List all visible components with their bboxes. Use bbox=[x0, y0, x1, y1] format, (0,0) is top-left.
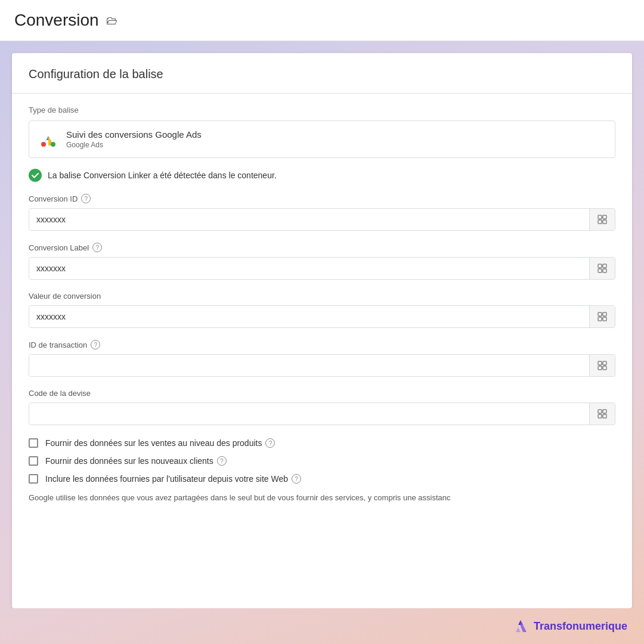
checkbox-label-cb-ventes: Fournir des données sur les ventes au ni… bbox=[45, 438, 275, 448]
addon-btn-id-transaction[interactable] bbox=[589, 355, 615, 376]
field-label-conversion-id: Conversion ID? bbox=[29, 194, 615, 203]
svg-rect-32 bbox=[603, 366, 606, 370]
svg-rect-38 bbox=[603, 410, 606, 413]
field-label-code-devise: Code de la devise bbox=[29, 389, 615, 398]
svg-marker-46 bbox=[521, 620, 527, 632]
svg-point-4 bbox=[29, 169, 42, 182]
variable-icon bbox=[597, 408, 608, 419]
variable-icon bbox=[597, 214, 608, 225]
checkboxes-container: Fournir des données sur les ventes au ni… bbox=[29, 438, 615, 484]
svg-rect-37 bbox=[598, 410, 602, 413]
google-ads-icon bbox=[39, 130, 58, 149]
help-icon-conversion-label[interactable]: ? bbox=[92, 243, 102, 252]
field-group-code-devise: Code de la devise bbox=[29, 389, 615, 425]
success-notice: La balise Conversion Linker a été détect… bbox=[29, 169, 615, 182]
addon-btn-conversion-label[interactable] bbox=[589, 258, 615, 279]
field-group-valeur-conversion: Valeur de conversion bbox=[29, 292, 615, 328]
input-row-code-devise bbox=[29, 402, 615, 425]
tag-type-info: Suivi des conversions Google Ads Google … bbox=[66, 129, 202, 149]
input-row-conversion-id bbox=[29, 208, 615, 231]
field-label-valeur-conversion: Valeur de conversion bbox=[29, 292, 615, 301]
help-icon-cb-cb-nouveaux-clients[interactable]: ? bbox=[217, 456, 227, 466]
card-header: Configuration de la balise bbox=[12, 53, 632, 94]
input-row-valeur-conversion bbox=[29, 305, 615, 328]
field-label-id-transaction: ID de transaction? bbox=[29, 340, 615, 349]
footer: Transfonumerique bbox=[0, 608, 644, 644]
config-card: Configuration de la balise Type de balis… bbox=[12, 53, 632, 608]
addon-btn-code-devise[interactable] bbox=[589, 403, 615, 425]
card-title: Configuration de la balise bbox=[29, 67, 163, 80]
help-icon-cb-cb-ventes[interactable]: ? bbox=[265, 438, 275, 448]
addon-btn-valeur-conversion[interactable] bbox=[589, 306, 615, 327]
folder-icon: 🗁 bbox=[106, 14, 118, 27]
svg-rect-30 bbox=[603, 361, 606, 365]
svg-point-3 bbox=[41, 142, 46, 147]
svg-marker-47 bbox=[516, 627, 521, 632]
variable-icon bbox=[597, 360, 608, 371]
svg-rect-40 bbox=[603, 414, 606, 418]
tag-sub: Google Ads bbox=[66, 141, 202, 149]
brand-icon bbox=[512, 618, 529, 634]
fields-container: Conversion ID? Conversion Label? Valeur … bbox=[29, 194, 615, 425]
checkbox-cb-nouveaux-clients[interactable] bbox=[29, 456, 38, 466]
svg-rect-31 bbox=[598, 366, 602, 370]
success-check-icon bbox=[29, 169, 42, 182]
field-group-conversion-label: Conversion Label? bbox=[29, 243, 615, 280]
help-icon-id-transaction[interactable]: ? bbox=[91, 340, 100, 349]
page-title: Conversion bbox=[14, 11, 99, 30]
tag-type-label: Type de balise bbox=[29, 106, 615, 114]
input-row-id-transaction bbox=[29, 354, 615, 377]
brand-name: Transfonumerique bbox=[534, 620, 627, 633]
input-conversion-id[interactable] bbox=[29, 209, 589, 230]
input-row-conversion-label bbox=[29, 257, 615, 280]
svg-rect-39 bbox=[598, 414, 602, 418]
tag-name: Suivi des conversions Google Ads bbox=[66, 129, 202, 140]
help-icon-conversion-id[interactable]: ? bbox=[81, 194, 91, 203]
field-group-conversion-id: Conversion ID? bbox=[29, 194, 615, 231]
checkbox-item-cb-utilisateur: Inclure les données fournies par l'utili… bbox=[29, 474, 615, 484]
svg-rect-7 bbox=[598, 220, 602, 224]
checkbox-cb-utilisateur[interactable] bbox=[29, 474, 38, 484]
svg-rect-16 bbox=[603, 269, 606, 273]
top-header: Conversion 🗁 bbox=[0, 0, 644, 41]
variable-icon bbox=[597, 311, 608, 322]
main-area: Configuration de la balise Type de balis… bbox=[0, 41, 644, 608]
brand-logo: Transfonumerique bbox=[512, 618, 627, 634]
svg-rect-5 bbox=[598, 215, 602, 219]
field-group-id-transaction: ID de transaction? bbox=[29, 340, 615, 377]
checkbox-cb-ventes[interactable] bbox=[29, 438, 38, 448]
tag-type-selector[interactable]: Suivi des conversions Google Ads Google … bbox=[29, 120, 615, 158]
checkbox-label-cb-nouveaux-clients: Fournir des données sur les nouveaux cli… bbox=[45, 456, 227, 466]
svg-rect-8 bbox=[603, 220, 606, 224]
checkbox-item-cb-ventes: Fournir des données sur les ventes au ni… bbox=[29, 438, 615, 448]
checkbox-label-cb-utilisateur: Inclure les données fournies par l'utili… bbox=[45, 474, 301, 484]
input-valeur-conversion[interactable] bbox=[29, 306, 589, 327]
variable-icon bbox=[597, 263, 608, 274]
success-text: La balise Conversion Linker a été détect… bbox=[48, 171, 277, 180]
svg-point-2 bbox=[51, 142, 55, 147]
svg-rect-14 bbox=[603, 264, 606, 268]
svg-rect-29 bbox=[598, 361, 602, 365]
input-code-devise[interactable] bbox=[29, 403, 589, 425]
svg-rect-13 bbox=[598, 264, 602, 268]
input-id-transaction[interactable] bbox=[29, 355, 589, 376]
input-conversion-label[interactable] bbox=[29, 258, 589, 279]
svg-rect-23 bbox=[598, 317, 602, 321]
svg-rect-6 bbox=[603, 215, 606, 219]
field-label-conversion-label: Conversion Label? bbox=[29, 243, 615, 252]
svg-rect-24 bbox=[603, 317, 606, 321]
help-icon-cb-cb-utilisateur[interactable]: ? bbox=[292, 474, 301, 484]
bottom-text: Google utilise les données que vous avez… bbox=[29, 492, 615, 510]
svg-rect-21 bbox=[598, 312, 602, 316]
checkbox-item-cb-nouveaux-clients: Fournir des données sur les nouveaux cli… bbox=[29, 456, 615, 466]
svg-rect-15 bbox=[598, 269, 602, 273]
svg-rect-22 bbox=[603, 312, 606, 316]
addon-btn-conversion-id[interactable] bbox=[589, 209, 615, 230]
card-body: Type de balise Suivi des conversions Goo… bbox=[12, 94, 632, 608]
